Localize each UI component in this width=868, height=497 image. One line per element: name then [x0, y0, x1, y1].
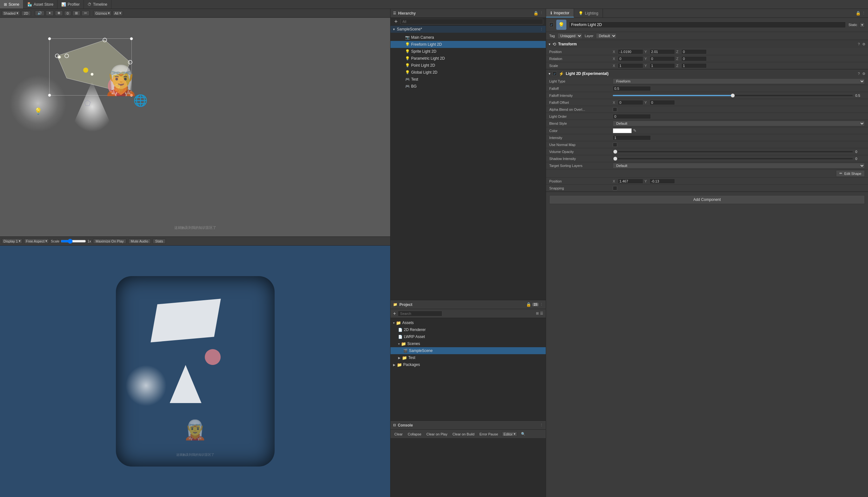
tab-scene[interactable]: ⊞ Scene: [0, 0, 24, 9]
light2d-help-btn[interactable]: ?: [858, 72, 860, 76]
grid-btn[interactable]: ⊞: [72, 11, 80, 16]
hier-item-main-camera[interactable]: 📷 Main Camera: [391, 34, 546, 41]
all-dropdown[interactable]: All ▾: [113, 11, 123, 16]
tab-inspector[interactable]: ℹ Inspector: [546, 9, 574, 17]
falloff-y-input[interactable]: [649, 100, 675, 105]
light2d-header[interactable]: ▾ ⚡ Light 2D (Experimental) ? ⚙: [546, 70, 868, 78]
console-clear-btn[interactable]: Clear: [392, 431, 405, 437]
console-error-pause-btn[interactable]: Error Pause: [477, 431, 500, 437]
tab-lighting[interactable]: 💡 Lighting: [574, 9, 603, 17]
rot-z-input[interactable]: [681, 56, 707, 61]
snapping-checkbox[interactable]: [613, 186, 617, 190]
hierarchy-menu[interactable]: ⋮: [540, 11, 543, 16]
hierarchy-add-btn[interactable]: +: [393, 19, 399, 25]
lpos-y-input[interactable]: [649, 179, 675, 184]
light2d-enabled[interactable]: [552, 71, 557, 76]
shadow-intensity-slider[interactable]: [613, 158, 853, 159]
color-picker-icon[interactable]: ✎: [633, 128, 636, 133]
display-dropdown[interactable]: Display 1 ▾: [2, 238, 22, 244]
volume-opacity-slider[interactable]: [613, 151, 853, 152]
pos-y-input[interactable]: [649, 49, 675, 54]
hier-item-sprite[interactable]: 💡 Sprite Light 2D: [391, 48, 546, 55]
project-menu[interactable]: ⋮: [540, 302, 543, 307]
layer-select[interactable]: Default: [596, 33, 617, 39]
color-swatch[interactable]: [613, 128, 632, 133]
scale-slider[interactable]: [61, 239, 86, 244]
console-clear-build-btn[interactable]: Clear on Build: [450, 431, 476, 437]
scale-y-input[interactable]: [649, 63, 675, 68]
scene-menu[interactable]: ⋮: [540, 27, 543, 31]
scene-canvas[interactable]: 💡 ⬠ ⊡ 🧝 🌐 这就触及到我的知识盲区了: [0, 18, 390, 237]
2d-toggle[interactable]: 2D: [21, 11, 31, 16]
hier-item-global[interactable]: 💡 Global Light 2D: [391, 69, 546, 76]
inspector-lock[interactable]: 🔒: [856, 11, 861, 16]
audio-btn[interactable]: 🔊: [35, 11, 44, 16]
transform-settings-btn[interactable]: ⚙: [862, 42, 866, 46]
static-dropdown[interactable]: ▾: [860, 22, 865, 28]
hier-item-freeform[interactable]: 💡 Freeform Light 2D: [391, 41, 546, 48]
inspector-dots[interactable]: ⋮: [862, 11, 866, 15]
transform-help-btn[interactable]: ?: [858, 42, 860, 46]
proj-assets[interactable]: ▾ 📁 Assets: [391, 319, 546, 326]
tab-profiler[interactable]: 📊 Profiler: [57, 0, 84, 9]
falloff-x-input[interactable]: [618, 100, 643, 105]
aspect-chevron: ▾: [45, 239, 47, 243]
console-collapse-btn[interactable]: Collapse: [406, 431, 423, 437]
proj-toggle2[interactable]: ☰: [540, 311, 543, 315]
falloff-input[interactable]: [613, 86, 651, 91]
normal-map-checkbox[interactable]: [613, 142, 617, 147]
effects-btn[interactable]: ✦: [46, 11, 54, 16]
hier-item-parametric[interactable]: 💡 Parametric Light 2D: [391, 55, 546, 62]
edit-shape-btn[interactable]: ✏ Edit Shape: [836, 170, 865, 177]
hier-item-point[interactable]: 💡 Point Light 2D: [391, 62, 546, 69]
proj-2d-renderer[interactable]: 📄 2D Renderer: [391, 326, 546, 333]
aspect-dropdown[interactable]: Free Aspect ▾: [24, 238, 49, 244]
proj-toggle1[interactable]: ⊞: [536, 311, 539, 315]
lpos-x-input[interactable]: [618, 179, 643, 184]
hier-item-bg[interactable]: 🎮 BG: [391, 83, 546, 90]
shading-dropdown[interactable]: Shaded ▾: [2, 11, 20, 16]
proj-lwrp[interactable]: 📄 LWRP Asset: [391, 333, 546, 340]
maximize-btn[interactable]: Maximize On Play: [93, 239, 126, 244]
obj-enabled-checkbox[interactable]: [549, 23, 554, 27]
blend-style-select[interactable]: Default: [613, 120, 865, 126]
target-sorting-select[interactable]: Default: [613, 163, 865, 169]
light-type-select[interactable]: Freeform: [613, 79, 865, 84]
console-editor-dropdown[interactable]: Editor ▾: [502, 431, 517, 437]
scale-z-input[interactable]: [681, 63, 707, 68]
gizmos-dropdown[interactable]: Gizmos ▾: [94, 11, 111, 16]
pos-x-input[interactable]: [618, 49, 643, 54]
stats-btn[interactable]: Stats: [153, 239, 166, 244]
proj-sample-scene[interactable]: 🎬 SampleScene: [391, 347, 546, 354]
transform-header[interactable]: ▾ ⟲ Transform ? ⚙: [546, 40, 868, 48]
light2d-settings-btn[interactable]: ⚙: [862, 72, 866, 76]
alpha-blend-checkbox[interactable]: [613, 107, 617, 112]
light-order-input[interactable]: [613, 114, 651, 119]
particle-btn[interactable]: ❋: [55, 11, 63, 16]
project-add-btn[interactable]: +: [393, 311, 396, 316]
scene-row[interactable]: ▾ SampleScene* ⋮: [391, 26, 546, 33]
intensity-input[interactable]: [613, 135, 651, 140]
tab-timeline[interactable]: ⏱ Timeline: [84, 0, 111, 9]
vis-btn[interactable]: 0: [64, 11, 71, 16]
proj-scenes[interactable]: ▾ 📁 Scenes: [391, 340, 546, 347]
snap-btn[interactable]: ✂: [82, 11, 89, 16]
obj-name-field[interactable]: [569, 22, 846, 28]
console-menu[interactable]: ⋮: [540, 423, 543, 427]
rot-x-input[interactable]: [618, 56, 643, 61]
project-search[interactable]: [398, 311, 442, 316]
mute-btn[interactable]: Mute Audio: [128, 239, 151, 244]
falloff-intensity-slider[interactable]: [613, 95, 853, 96]
hier-item-test[interactable]: 🎮 Test: [391, 76, 546, 83]
proj-test[interactable]: ▶ 📁 Test: [391, 354, 546, 361]
tab-asset-store[interactable]: 🏪 Asset Store: [24, 0, 57, 9]
tag-select[interactable]: Untagged: [558, 33, 582, 39]
add-component-btn[interactable]: Add Component: [549, 195, 865, 204]
hierarchy-search[interactable]: [400, 19, 543, 25]
proj-packages[interactable]: ▶ 📁 Packages: [391, 361, 546, 368]
pos-z-input[interactable]: [681, 49, 707, 54]
scale-x-input[interactable]: [618, 63, 643, 68]
rot-y-input[interactable]: [649, 56, 675, 61]
console-clear-play-btn[interactable]: Clear on Play: [424, 431, 449, 437]
scale-control: Scale 1x: [51, 239, 91, 244]
